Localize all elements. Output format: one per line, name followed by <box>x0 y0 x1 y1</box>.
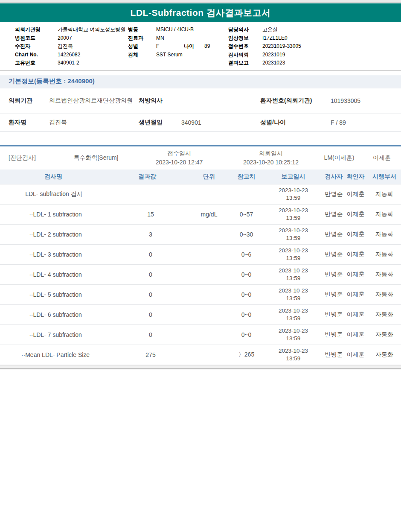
page-title: LDL-Subfraction 검사결과보고서 <box>131 7 271 19</box>
report-time: 13:59 <box>262 295 324 302</box>
col-header-department: 시행부서 <box>368 170 401 184</box>
results-table: 검사명 결과값 단위 참고치 보고일시 검사자 확인자 시행부서 LDL- su… <box>0 170 401 365</box>
exam-test-group: 특수화학[Serum] <box>60 154 132 162</box>
header-field-row: 검체SST Serum <box>128 51 228 59</box>
exam-category: [진단검사] <box>0 154 60 162</box>
result-tester: 반병준 <box>324 245 343 265</box>
header-field-label: Chart No. <box>15 51 58 59</box>
report-time: 13:59 <box>262 335 324 342</box>
header-field-row: 성별F나이89 <box>128 42 228 51</box>
result-value: 0 <box>107 265 188 285</box>
receipt-label: 접수일시 <box>132 149 226 158</box>
report-date: 2023-10-23 <box>262 207 324 214</box>
basic-info-label: 처방의사 <box>139 97 181 105</box>
result-verifier: 이제훈 <box>343 205 368 225</box>
result-report-datetime: 2023-10-23 13:59 <box>262 305 324 325</box>
receipt-value: 2023-10-20 12:47 <box>132 158 226 167</box>
result-tester: 반병준 <box>324 305 343 325</box>
result-row: ··LDL- 7 subfraction 0 0~0 2023-10-23 13… <box>0 325 401 345</box>
result-row: ··LDL- 6 subfraction 0 0~0 2023-10-23 13… <box>0 305 401 325</box>
header-field-row: 고유번호340901-2 <box>15 59 128 67</box>
result-verifier: 이제훈 <box>343 305 368 325</box>
result-unit <box>188 245 230 265</box>
report-time: 13:59 <box>262 194 324 202</box>
basic-info-section-title: 기본정보(등록번호 : 2440900) <box>0 75 401 88</box>
patient-header-block: 의뢰기관명가톨릭대학교 여의도성모병원병원코드20007수진자김진복Chart … <box>0 22 401 70</box>
header-field-label: 접수번호 <box>228 42 262 51</box>
report-time: 13:59 <box>262 214 324 222</box>
header-field-label: 고유번호 <box>15 59 58 67</box>
result-verifier: 이제훈 <box>343 184 368 205</box>
result-reference-range: 0~0 <box>230 285 262 305</box>
result-report-datetime: 2023-10-23 13:59 <box>262 205 324 225</box>
header-field-value: MN <box>156 34 164 43</box>
result-verifier: 이제훈 <box>343 285 368 305</box>
header-field-label: 의뢰기관명 <box>15 26 58 34</box>
result-department: 자동화 <box>368 205 401 225</box>
header-field-label: 병동 <box>128 26 156 34</box>
header-field-label: 결과보고 <box>228 59 262 67</box>
result-row: ··LDL- 5 subfraction 0 0~0 2023-10-23 13… <box>0 285 401 305</box>
result-report-datetime: 2023-10-23 13:59 <box>262 345 324 365</box>
patient-header-col-left: 의뢰기관명가톨릭대학교 여의도성모병원병원코드20007수진자김진복Chart … <box>0 26 128 67</box>
exam-lab-name: LM(이제훈) <box>316 154 363 162</box>
result-value <box>107 184 188 205</box>
report-date: 2023-10-23 <box>262 227 324 234</box>
result-reference-range: 0~30 <box>230 225 262 245</box>
report-date: 2023-10-23 <box>262 347 324 355</box>
result-tester: 반병준 <box>324 265 343 285</box>
header-field-row: 결과보고20231023 <box>228 59 401 67</box>
header-field-label: 수진자 <box>15 42 58 51</box>
result-department: 자동화 <box>368 265 401 285</box>
result-unit <box>188 184 230 205</box>
header-field-value: 20231023 <box>262 59 285 67</box>
header-field-label: 검체 <box>128 51 156 59</box>
header-field-row: 진료과MN <box>128 34 228 43</box>
result-department: 자동화 <box>368 225 401 245</box>
exam-request-datetime: 의뢰일시 2023-10-20 10:25:12 <box>226 149 316 167</box>
report-date: 2023-10-23 <box>262 247 324 254</box>
basic-info-row: 환자명김진복생년월일340901성별/나이F / 89 <box>0 114 401 132</box>
basic-info-value: 101933005 <box>331 97 401 104</box>
result-row: LDL- subfraction 검사 2023-10-23 13:59 반병준… <box>0 184 401 205</box>
horizontal-scrollbar-track[interactable] <box>0 365 401 369</box>
report-time: 13:59 <box>262 234 324 242</box>
result-unit: mg/dL <box>188 205 230 225</box>
basic-info-label: 성별/나이 <box>260 119 331 126</box>
result-department: 자동화 <box>368 345 401 365</box>
header-field-value: 20231019-33005 <box>262 42 301 51</box>
report-date: 2023-10-23 <box>262 287 324 295</box>
results-table-body: LDL- subfraction 검사 2023-10-23 13:59 반병준… <box>0 184 401 365</box>
result-test-name: ··LDL- 1 subfraction <box>0 205 107 225</box>
header-field-value: 340901-2 <box>58 59 79 67</box>
report-date: 2023-10-23 <box>262 187 324 194</box>
result-value: 0 <box>107 285 188 305</box>
result-value: 0 <box>107 305 188 325</box>
header-field-row: 병동MSICU / 4ICU-B <box>128 26 228 34</box>
report-date: 2023-10-23 <box>262 267 324 275</box>
result-reference-range: 〉265 <box>230 345 262 365</box>
col-header-unit: 단위 <box>188 170 230 184</box>
header-field-value: F <box>156 42 184 51</box>
result-report-datetime: 2023-10-23 13:59 <box>262 225 324 245</box>
result-unit <box>188 285 230 305</box>
report-date: 2023-10-23 <box>262 307 324 315</box>
patient-header-col-middle: 병동MSICU / 4ICU-B진료과MN성별F나이89검체SST Serum <box>128 26 228 67</box>
basic-info-value: 의료법인삼광의료재단삼광의원 <box>49 97 139 105</box>
result-test-name: ··LDL- 7 subfraction <box>0 325 107 345</box>
result-department: 자동화 <box>368 245 401 265</box>
result-reference-range: 0~57 <box>230 205 262 225</box>
basic-info-section: 기본정보(등록번호 : 2440900) 의뢰기관의료법인삼광의료재단삼광의원처… <box>0 75 401 132</box>
result-tester: 반병준 <box>324 285 343 305</box>
header-field-value: I17ZL1LE0 <box>262 34 288 43</box>
result-report-datetime: 2023-10-23 13:59 <box>262 325 324 345</box>
basic-info-row: 의뢰기관의료법인삼광의료재단삼광의원처방의사환자번호(의뢰기관)10193300… <box>0 88 401 114</box>
header-field-value: 김진복 <box>58 42 73 51</box>
result-department: 자동화 <box>368 184 401 205</box>
header-field-label: 검사의뢰 <box>228 51 262 59</box>
result-reference-range <box>230 184 262 205</box>
exam-approver-name: 이제훈 <box>363 154 401 162</box>
result-verifier: 이제훈 <box>343 325 368 345</box>
result-value: 0 <box>107 245 188 265</box>
col-header-test-name: 검사명 <box>0 170 107 184</box>
